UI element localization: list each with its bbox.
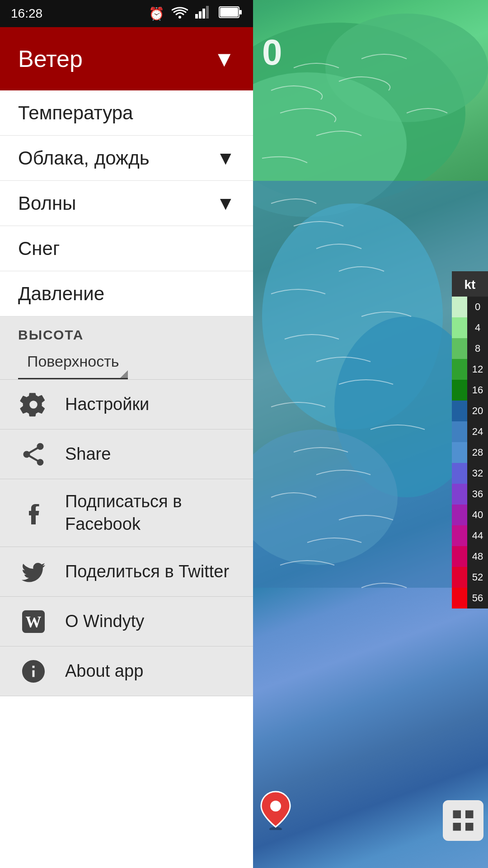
wifi-icon	[172, 6, 188, 22]
gear-icon	[18, 389, 49, 420]
scale-row-28: 28	[452, 442, 488, 463]
scale-row-20: 20	[452, 401, 488, 421]
scale-row-56: 56	[452, 588, 488, 609]
share-icon	[18, 439, 49, 470]
scale-color-36	[452, 484, 467, 505]
action-item-share[interactable]: Share	[0, 429, 253, 479]
scale-label-8: 8	[467, 338, 488, 359]
header-dropdown-icon: ▼	[213, 47, 235, 71]
altitude-tabs: Поверхность	[18, 348, 235, 379]
action-item-twitter[interactable]: Поделиться в Twitter	[0, 547, 253, 597]
scale-row-48: 48	[452, 546, 488, 567]
scale-label-12: 12	[467, 359, 488, 380]
scale-row-8: 8	[452, 338, 488, 359]
scale-color-12	[452, 359, 467, 380]
menu-item-pressure[interactable]: Давление	[0, 271, 253, 316]
scale-color-8	[452, 338, 467, 359]
scale-color-16	[452, 380, 467, 401]
status-time: 16:28	[11, 6, 42, 21]
status-bar: 16:28 ⏰	[0, 0, 253, 27]
sidebar: 16:28 ⏰	[0, 0, 253, 868]
action-item-facebook[interactable]: Подписаться в Facebook	[0, 479, 253, 547]
scale-label-32: 32	[467, 463, 488, 484]
facebook-label: Подписаться в Facebook	[65, 491, 235, 535]
scale-row-36: 36	[452, 484, 488, 505]
scale-color-28	[452, 442, 467, 463]
svg-rect-14	[220, 8, 238, 17]
scale-row-52: 52	[452, 567, 488, 588]
scale-row-32: 32	[452, 463, 488, 484]
map-number: 0	[262, 32, 282, 73]
scale-color-4	[452, 317, 467, 338]
facebook-icon	[18, 498, 49, 528]
scale-row-24: 24	[452, 421, 488, 442]
twitter-label: Поделиться в Twitter	[65, 561, 229, 583]
svg-rect-11	[206, 6, 209, 19]
battery-icon	[219, 6, 242, 21]
settings-label: Настройки	[65, 393, 149, 415]
altitude-arrow	[119, 370, 128, 379]
scale-label-4: 4	[467, 317, 488, 338]
scale-color-44	[452, 525, 467, 546]
altitude-tab-surface[interactable]: Поверхность	[18, 348, 128, 379]
scale-color-20	[452, 401, 467, 421]
grid-button[interactable]	[443, 800, 483, 841]
scale-color-56	[452, 588, 467, 609]
svg-rect-13	[239, 10, 242, 14]
twitter-icon	[18, 557, 49, 587]
scale-label-24: 24	[467, 421, 488, 442]
scale-label-44: 44	[467, 525, 488, 546]
menu-item-waves[interactable]: Волны ▼	[0, 181, 253, 226]
menu-item-snow[interactable]: Снег	[0, 226, 253, 271]
altitude-label: ВЫСОТА	[18, 327, 235, 343]
svg-point-18	[270, 801, 281, 811]
scale-color-0	[452, 297, 467, 317]
scale-color-52	[452, 567, 467, 588]
altitude-section: ВЫСОТА Поверхность	[0, 316, 253, 380]
menu-item-temperature[interactable]: Температура	[0, 90, 253, 136]
scale-row-16: 16	[452, 380, 488, 401]
scale-color-48	[452, 546, 467, 567]
scale-label-16: 16	[467, 380, 488, 401]
scale-row-40: 40	[452, 505, 488, 525]
scale-label-52: 52	[467, 567, 488, 588]
location-pin[interactable]	[258, 789, 294, 832]
svg-point-7	[178, 16, 181, 19]
scale-label-36: 36	[467, 484, 488, 505]
scale-unit-label: kt	[452, 273, 488, 297]
clouds-chevron-icon: ▼	[216, 147, 235, 169]
sidebar-header[interactable]: Ветер ▼	[0, 27, 253, 90]
svg-text:W: W	[26, 613, 42, 631]
scale-row-44: 44	[452, 525, 488, 546]
waves-chevron-icon: ▼	[216, 193, 235, 214]
scale-color-40	[452, 505, 467, 525]
scale-label-56: 56	[467, 588, 488, 609]
header-title: Ветер	[18, 45, 83, 72]
windyty-icon: W	[18, 606, 49, 637]
action-item-about-app[interactable]: About app	[0, 646, 253, 696]
scale-label-48: 48	[467, 546, 488, 567]
scale-label-40: 40	[467, 505, 488, 525]
svg-rect-9	[199, 11, 202, 19]
scale-row-0: 0	[452, 297, 488, 317]
scale-label-28: 28	[467, 442, 488, 463]
signal-icon	[195, 6, 211, 22]
color-scale-bar: kt 0 4 8 12 16 20 24 28 32 36 40	[452, 273, 488, 609]
svg-rect-8	[195, 14, 198, 19]
scale-label-0: 0	[467, 297, 488, 317]
alarm-icon: ⏰	[149, 6, 164, 21]
action-item-settings[interactable]: Настройки	[0, 380, 253, 429]
windyty-label: О Windyty	[65, 610, 144, 632]
scale-color-32	[452, 463, 467, 484]
menu-item-clouds[interactable]: Облака, дождь ▼	[0, 136, 253, 181]
status-icons: ⏰	[149, 6, 242, 22]
scale-row-4: 4	[452, 317, 488, 338]
scale-row-12: 12	[452, 359, 488, 380]
action-item-windyty[interactable]: W О Windyty	[0, 597, 253, 646]
share-label: Share	[65, 443, 111, 465]
info-icon	[18, 656, 49, 687]
scale-color-24	[452, 421, 467, 442]
svg-rect-10	[202, 9, 205, 19]
about-app-label: About app	[65, 660, 143, 682]
scale-label-20: 20	[467, 401, 488, 421]
